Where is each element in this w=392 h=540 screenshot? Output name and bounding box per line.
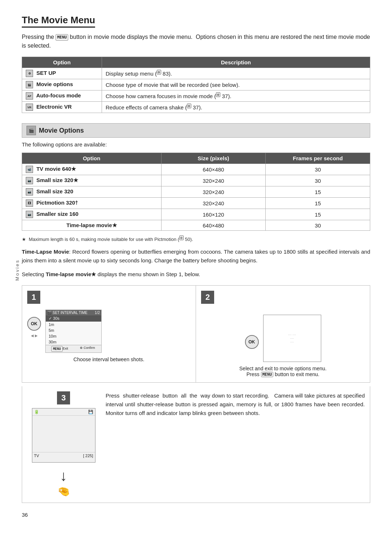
table-row: AF Auto-focus mode Choose how camera foc… (22, 90, 370, 102)
opt-small320s: 📷 Small size 320★ (22, 175, 162, 186)
step-3-number: 3 (57, 391, 70, 404)
small-320-star-icon: 📷 (26, 177, 33, 184)
main-table-col2: Description (102, 57, 370, 68)
fps-tv640: 30 (266, 164, 370, 175)
intro-text: Pressing the MENU button in movie mode d… (22, 33, 370, 50)
step-1-caption: Choose interval between shots. (27, 356, 191, 362)
menu-badge: MENU (56, 34, 68, 41)
page-title: The Movie Menu (22, 15, 95, 28)
table-row: 📷 Smaller size 160 160×120 15 (22, 209, 370, 220)
step-1-nav: OK ◀ ▶ (27, 317, 41, 338)
step-2-nav: OK (245, 335, 259, 349)
interval-menu-page: 1/2 (95, 311, 100, 315)
interval-1m[interactable]: 1m (46, 322, 101, 327)
electronic-vr-icon: VR (26, 104, 33, 111)
desc-vr: Reduce effects of camera shake (⚙ 37). (102, 102, 370, 113)
side-label: Movies (15, 259, 20, 281)
movie-options-table: Option Size (pixels) Frames per second 📹… (22, 153, 370, 231)
options-col3: Frames per second (266, 153, 370, 164)
step-3-shutter-area: ↓ 🤏 (32, 464, 95, 497)
table-row: Time-lapse movie★ 640×480 30 (22, 220, 370, 231)
movie-options-section-icon: 🎬 (26, 126, 36, 135)
opt-small320: 📷 Small size 320 (22, 186, 162, 198)
step-3-description: Press shutter-release button all the way… (106, 391, 365, 497)
opt-timelapse: Time-lapse movie★ (22, 220, 162, 231)
table-row: 📷 Small size 320 320×240 15 (22, 186, 370, 198)
step-1-box: 1 OK ◀ ▶ 🎬 SET INTERVAL TIME 1/2 ✓ 30s 1… (22, 285, 196, 383)
page-number: 36 (22, 512, 370, 518)
step-3-box: 3 🔋 💾 TV [ 225] ↓ 🤏 Pr (22, 386, 370, 503)
step-2-number: 2 (201, 291, 214, 304)
timelapse-rest: : Record flowers opening or butterflies … (22, 249, 370, 263)
steps-grid: 1 OK ◀ ▶ 🎬 SET INTERVAL TIME 1/2 ✓ 30s 1… (22, 285, 370, 383)
option-setup: ⚙ SET UP (22, 68, 102, 79)
step-2-screen-content: ···· ············ (286, 331, 298, 345)
step-3-camera: 🔋 💾 TV [ 225] ↓ 🤏 (32, 408, 95, 497)
cam3-memory-icon: 💾 (88, 410, 93, 414)
cam3-top-bar: 🔋 💾 (32, 408, 95, 416)
opt-pictmotion: 🎞 Pictmotion 320† (22, 198, 162, 209)
step-1-number: 1 (27, 291, 40, 304)
ok-button-2: OK (245, 335, 259, 349)
table-row: ⚙ SET UP Display setup menu (⚙ 83). (22, 68, 370, 79)
movie-options-icon: 🎬 (26, 81, 33, 88)
option-af: AF Auto-focus mode (22, 90, 102, 102)
cam3-frame-count: [ 225] (83, 454, 93, 458)
step-3-left: 3 🔋 💾 TV [ 225] ↓ 🤏 (27, 391, 100, 497)
options-col1: Option (22, 153, 162, 164)
small-320-icon: 📷 (26, 188, 33, 196)
interval-menu-header: 🎬 SET INTERVAL TIME 1/2 (46, 310, 101, 315)
interval-10m[interactable]: 10m (46, 333, 101, 339)
tv-movie-icon: 📹 (26, 166, 33, 173)
interval-30s[interactable]: ✓ 30s (46, 315, 101, 322)
table-row: 📹 TV movie 640★ 640×480 30 (22, 164, 370, 175)
movie-options-subtext: The following options are available: (22, 141, 370, 148)
desc-movie: Choose type of movie that will be record… (102, 79, 370, 90)
movie-options-header: 🎬 Movie Options (22, 123, 370, 138)
interval-menu-footer: MENUExit ⊕ Confirm (46, 345, 101, 352)
step-3-screen: 🔋 💾 TV [ 225] (32, 408, 95, 463)
footer-confirm: ⊕ Confirm (74, 345, 102, 352)
options-col2: Size (pixels) (161, 153, 266, 164)
cam3-battery-icon: 🔋 (34, 410, 39, 414)
option-movie: 🎬 Movie options (22, 79, 102, 90)
cam3-bottom-bar: TV [ 225] (32, 452, 95, 459)
step-2-camera: OK ···· ············ (201, 315, 365, 362)
opt-smaller160: 📷 Smaller size 160 (22, 209, 162, 220)
desc-setup: Display setup menu (⚙ 83). (102, 68, 370, 79)
size-tv640: 640×480 (161, 164, 266, 175)
table-row: VR Electronic VR Reduce effects of camer… (22, 102, 370, 113)
step-2-caption: Select and exit to movie options menu. P… (201, 366, 365, 378)
footer-exit: MENUExit (46, 345, 74, 352)
table-row: 📷 Small size 320★ 320×240 30 (22, 175, 370, 186)
pictmotion-icon: 🎞 (26, 200, 33, 207)
movie-options-heading: Movie Options (39, 127, 84, 134)
cam3-mode-indicator: TV (34, 454, 39, 458)
select-paragraph: Selecting Time-lapse movie★ displays the… (22, 270, 370, 279)
option-vr: VR Electronic VR (22, 102, 102, 113)
ok-button-1: OK (27, 317, 41, 331)
step-1-content: OK ◀ ▶ 🎬 SET INTERVAL TIME 1/2 ✓ 30s 1m … (27, 310, 191, 353)
main-table-col1: Option (22, 57, 102, 68)
table-row: 🎞 Pictmotion 320† 320×240 15 (22, 198, 370, 209)
hand-icon: 🤏 (57, 485, 70, 497)
opt-tv640: 📹 TV movie 640★ (22, 164, 162, 175)
interval-menu: 🎬 SET INTERVAL TIME 1/2 ✓ 30s 1m 5m 10m … (45, 310, 102, 353)
setup-icon: ⚙ (26, 70, 33, 77)
step-2-screen: ···· ············ (263, 315, 321, 362)
timelapse-bold: Time-Lapse Movie (22, 249, 69, 255)
step-2-box: 2 OK ···· ············ Select and exit t… (196, 285, 370, 383)
cam3-body (32, 416, 95, 452)
interval-5m[interactable]: 5m (46, 327, 101, 333)
interval-30m[interactable]: 30m (46, 339, 101, 345)
timelapse-description: Time-Lapse Movie: Record flowers opening… (22, 247, 370, 265)
interval-menu-title: 🎬 SET INTERVAL TIME (47, 311, 87, 315)
smaller-160-icon: 📷 (26, 211, 33, 218)
desc-af: Choose how camera focuses in movie mode … (102, 90, 370, 102)
main-menu-table: Option Description ⚙ SET UP Display setu… (22, 57, 370, 113)
af-mode-icon: AF (26, 92, 33, 100)
table-footnote: ★ Maximum length is 60 s, making movie s… (22, 236, 370, 242)
down-arrow-icon: ↓ (60, 468, 67, 484)
table-row: 🎬 Movie options Choose type of movie tha… (22, 79, 370, 90)
